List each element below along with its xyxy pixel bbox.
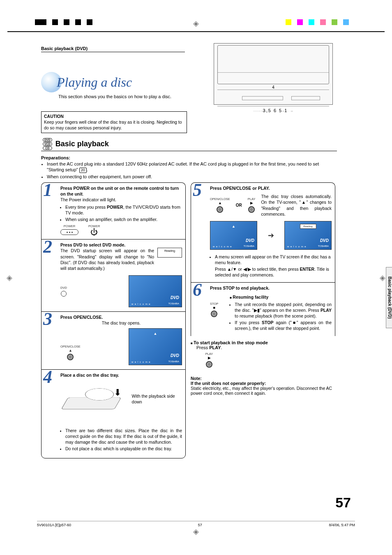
prep-item-1: Insert the AC cord plug into a standard … xyxy=(47,161,337,173)
step4-bullet2: Do not place a disc which is unplayable … xyxy=(65,446,182,451)
step-5: 5 Press OPEN/CLOSE or PLAY. OPEN/CLOSE ▲… xyxy=(191,182,335,282)
prep-heading: Preparations: xyxy=(41,155,337,160)
registration-mark-bottom: ◈ xyxy=(193,527,199,536)
step4-bullet1: There are two different disc sizes. Plac… xyxy=(65,428,182,445)
caution-heading: CAUTION xyxy=(44,113,184,119)
prep-item-2: When connecting to other equipment, turn… xyxy=(47,174,337,180)
side-tab: Basic playback (DVD) xyxy=(386,267,392,328)
openclose-icon-2: OPEN/CLOSE ▲ xyxy=(210,198,230,213)
section-title: Basic playback xyxy=(55,140,109,148)
badge-vcd: VCD xyxy=(43,142,52,146)
step-4: 4 Place a disc on the disc tray. ⬇ With … xyxy=(41,369,186,458)
footer-center: 57 xyxy=(198,523,202,527)
page-ref-20: 20 xyxy=(79,168,87,173)
play-button-icon-2: PLAY ▶ xyxy=(203,352,215,368)
step1-bullet1: Every time you press POWER, the TV/VCR/D… xyxy=(65,204,182,216)
footer-right: 8/4/06, 5:47 PM xyxy=(329,523,355,527)
step4-side: With the playback side down xyxy=(132,393,182,405)
step-2: 2 Press DVD to select DVD mode. The DVD … xyxy=(41,239,186,311)
step-number-4: 4 xyxy=(43,368,52,386)
page-title: Playing a disc xyxy=(57,75,132,90)
arrow-right-icon: ➔ xyxy=(268,230,274,240)
step5-menu1: A menu screen will appear on the TV scre… xyxy=(215,254,332,265)
caution-box: CAUTION Keep your fingers well clear of … xyxy=(41,111,187,133)
power-unit-icon: POWER xyxy=(60,225,78,235)
step3-line: The disc tray opens. xyxy=(60,320,182,326)
dvd-button-icon: DVD xyxy=(60,286,67,297)
step-6: 6 Press STOP to end playback. STOP ■ ■ R… xyxy=(191,282,335,336)
restart-body: Press PLAY. xyxy=(196,345,335,350)
registration-mark-right: ◈ xyxy=(380,273,385,282)
dvd-eject-screen: ▲ DVD TOSHIBA w e l c o m e xyxy=(129,328,182,365)
registration-mark-left: ◈ xyxy=(7,273,12,282)
play-icon: PLAY ▶ xyxy=(248,198,256,213)
preparations: Preparations: Insert the AC cord plug in… xyxy=(41,155,337,180)
reading-indicator: Reading xyxy=(157,248,182,258)
openclose-button-icon: OPEN/CLOSE ▲ xyxy=(60,345,81,360)
step2-head: Press DVD to select DVD mode. xyxy=(60,242,182,248)
eject-screen-2: ▲ DVD TOSHIBA w e l c o m e xyxy=(210,221,257,250)
print-footer: 5V90101A [E]p57-60 57 8/4/06, 5:47 PM xyxy=(37,521,355,527)
step1-bullet2: When using an amplifier, switch on the a… xyxy=(65,216,182,222)
step5-body: The disc tray closes automatically. On t… xyxy=(261,193,332,217)
badge-dvd: DVD xyxy=(43,138,52,142)
step-number-1: 1 xyxy=(43,181,52,199)
step3-head: Press OPEN/CLOSE. xyxy=(60,314,182,320)
format-badges: DVD VCD CD xyxy=(43,138,52,150)
restart-block: ■ To start playback in the stop mode Pre… xyxy=(191,340,335,368)
resume-heading: ■ Resuming facility xyxy=(230,294,332,300)
disc-tray-figure: ⬇ xyxy=(60,381,129,418)
note-sub: If the unit does not operate properly: xyxy=(191,381,335,386)
step-number-6: 6 xyxy=(193,281,202,299)
device-diagram: 4 ○ ○ ○ ○ ○ ▭ □ ▫ · ·▭ ▫ · · · · ▭ 3,5 6… xyxy=(214,43,337,133)
top-rule xyxy=(7,31,385,32)
page-subtitle: This section shows you the basics on how… xyxy=(58,94,201,99)
note-heading: Note: xyxy=(191,376,335,381)
step-number-2: 2 xyxy=(43,238,52,256)
power-remote-icon: POWER ⏻ xyxy=(88,225,100,235)
step1-head: Press POWER on the unit or on the remote… xyxy=(60,186,179,196)
registration-mark-top: ◈ xyxy=(193,19,199,28)
restart-heading: To start playback in the stop mode xyxy=(194,340,268,345)
badge-cd: CD xyxy=(43,146,52,150)
step2-body: The DVD startup screen will appear on th… xyxy=(60,248,154,271)
step5-menu2: Press ▲/▼ or ◀/▶ to select title, then p… xyxy=(215,266,332,278)
page: ◈ ◈ ◈ ◈ Basic playback (DVD) Playing a d… xyxy=(0,0,392,555)
device-callout-top: 4 xyxy=(214,85,332,90)
step-3: 3 Press OPEN/CLOSE. The disc tray opens.… xyxy=(41,311,186,369)
footer-left: 5V90101A [E]p57-60 xyxy=(37,523,71,527)
step5-head: Press OPEN/CLOSE or PLAY. xyxy=(210,185,332,191)
or-label: OR xyxy=(236,203,242,208)
reading-screen: Reading DVD TOSHIBA w e l c o m e xyxy=(284,221,332,250)
dvd-startup-screen: DVD TOSHIBA w e l c o m e xyxy=(129,275,182,307)
step-number-3: 3 xyxy=(43,310,52,328)
page-number: 57 xyxy=(335,495,351,511)
resume-b2: If you press STOP again ("■" appears on … xyxy=(235,320,332,331)
resume-b1: The unit records the stopped point, depe… xyxy=(235,302,332,319)
note-body: Static electricity, etc., may affect the… xyxy=(191,386,335,396)
running-header: Basic playback (DVD) xyxy=(41,46,185,52)
step-1: 1 Press POWER on the unit or on the remo… xyxy=(41,182,186,239)
step1-line: The Power indicator will light. xyxy=(60,197,182,203)
step6-head: Press STOP to end playback. xyxy=(210,285,332,291)
stop-button-icon: STOP ■ xyxy=(210,302,218,318)
step-number-5: 5 xyxy=(193,181,202,199)
note-block: Note: If the unit does not operate prope… xyxy=(191,376,335,396)
step4-head: Place a disc on the disc tray. xyxy=(60,372,182,378)
caution-body: Keep your fingers well clear of the disc… xyxy=(44,119,184,131)
